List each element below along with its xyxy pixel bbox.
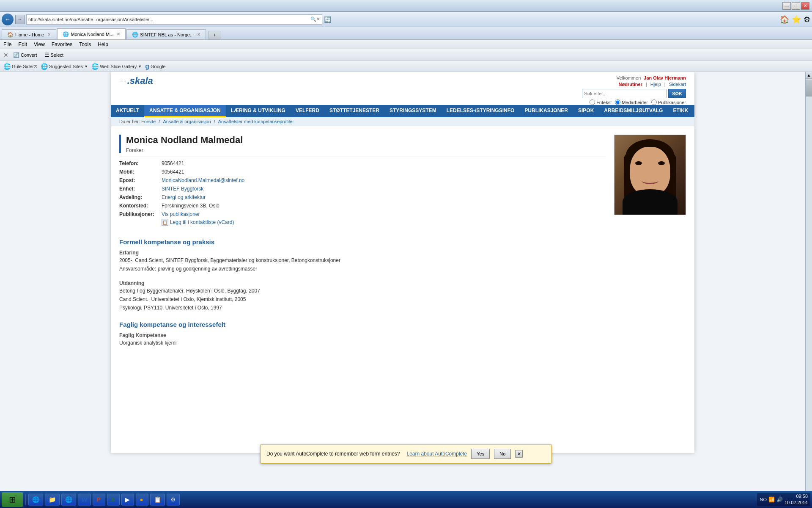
nodrutiner-link[interactable]: Nødrutiner [619,82,642,87]
taskbar-chrome[interactable]: ● [136,494,148,505]
taskbar-ie2[interactable]: 🌐 [61,494,76,505]
maximize-button[interactable]: □ [792,2,800,10]
tab-home-favicon: 🏠 [7,32,14,38]
nav-ledelsesinfo[interactable]: LEDELSES-/STYRINGSINFO [442,105,520,117]
home-icon[interactable]: 🏠 [780,15,789,24]
breadcrumb-ansattelste[interactable]: Ansattelster med kompetanseprofiler [218,119,294,124]
scroll-thumb[interactable] [806,80,812,97]
menu-help[interactable]: Help [98,41,108,47]
breadcrumb-home[interactable]: Forsde [141,119,156,124]
bookmark-suggested[interactable]: 🌐 Suggested Sites ▼ [41,63,88,70]
dialog-no-button[interactable]: No [494,449,511,459]
nav-laering[interactable]: LÆRING & UTVIKLING [226,105,291,117]
taskbar-ppt-icon: P [96,496,100,503]
dialog-yes-button[interactable]: Yes [471,449,490,459]
tab-home-close[interactable]: ✕ [47,32,51,37]
scroll-up-arrow[interactable]: ▲ [806,72,812,79]
nav-velferd[interactable]: VELFERD [291,105,324,117]
close-button[interactable]: ✕ [801,2,809,10]
start-button[interactable]: ⊞ [2,492,23,507]
breadcrumb-ansatte[interactable]: Ansatte & organisasjon [163,119,211,124]
medarbeider-label: Medarbeider [622,100,648,105]
new-tab-button[interactable]: + [208,31,220,39]
favorites-star-icon[interactable]: ⭐ [792,15,801,24]
refresh-button[interactable]: 🔄 [324,16,331,23]
taskbar-ppt[interactable]: P [93,494,105,505]
taskbar-media[interactable]: ▶ [121,494,134,505]
back-button[interactable]: ← [2,14,14,25]
taskbar-folder-icon: 📁 [49,496,56,503]
epost-label: Epost: [119,177,162,183]
taskbar-separator [25,494,26,505]
taskbar-excel[interactable]: X [107,494,120,505]
separator2: | [664,82,666,87]
pub-label: Publikasjoner: [119,211,162,226]
face [630,147,670,196]
taskbar-folder[interactable]: 📁 [45,494,60,505]
tab-sintef-close[interactable]: ✕ [197,32,200,37]
faglig-title: Faglig kompetanse og interessefelt [119,321,686,328]
taskbar-app9[interactable]: ⚙ [167,494,180,505]
menu-file[interactable]: File [3,41,11,47]
photo-placeholder [614,135,686,215]
taskbar-word[interactable]: W [78,494,91,505]
scrollbar[interactable]: ▲ ▼ [805,72,812,508]
formell-title: Formell kompetanse og praksis [119,238,686,246]
pub-link[interactable]: Vis publikasjoner [162,211,234,217]
vcard-link[interactable]: 📋 Legg til i kontaktliste (vCard) [162,219,234,226]
search-button[interactable]: SØK [668,89,686,98]
hjelp-link[interactable]: Hjelp [650,82,661,87]
search-option-publikasjoner[interactable]: Publikasjoner [651,99,686,105]
tab-monica[interactable]: 🌐 Monica Nodland M... ✕ [57,28,126,39]
address-bar[interactable]: http://skala.sintef.no/no/Ansatte--organ… [26,14,322,25]
avdeling-value[interactable]: Energi og arkitektur [162,194,206,200]
search-option-fritekst[interactable]: Fritekst [590,99,612,105]
nav-etikk[interactable]: ETIKK [668,105,693,117]
main-nav: AKTUELT ANSATTE & ORGANISASJON LÆRING & … [111,105,694,117]
dialog-close-button[interactable]: ✕ [515,450,523,458]
nav-publikasjoner[interactable]: PUBLIKASJONER [519,105,573,117]
nav-aktuelt[interactable]: AKTUELT [111,105,144,117]
select-button[interactable]: ☰ Select [42,51,67,59]
bookmark-webslice[interactable]: 🌐 Web Slice Gallery ▼ [91,63,142,70]
scroll-track[interactable] [806,79,812,501]
taskbar-app8[interactable]: 📋 [150,494,165,505]
menu-view[interactable]: View [34,41,45,47]
enhet-label: Enhet: [119,186,162,192]
enhet-value[interactable]: SINTEF Byggforsk [162,186,203,192]
ansvar-text: Ansvarsområde: prøving og godkjenning av… [119,266,686,272]
taskbar-ie-icon: 🌐 [32,496,39,503]
faglig-kompetanse-title: Faglig Kompetanse [119,332,686,338]
forward-button[interactable]: → [15,15,25,24]
convert-button[interactable]: 🔄 Convert [10,51,40,59]
tools-icon[interactable]: ⚙ [804,15,810,24]
bookmark-gule[interactable]: 🌐 Gule Sider® [3,63,37,70]
row-kontor: Kontorsted: Forskningsveien 3B, Oslo [119,203,606,209]
epost-value[interactable]: MonicaNodland.Malmedal@sintef.no [162,177,244,183]
nav-arbeidsmiljo[interactable]: ARBEIDSMILJØUTVALG [599,105,668,117]
breadcrumb-sep1: / [159,119,161,124]
select-icon: ☰ [45,52,49,58]
search-input[interactable] [582,89,667,98]
nav-stottetjenester[interactable]: STØTTETJENESTER [324,105,384,117]
dialog-learn-link[interactable]: Learn about AutoComplete [406,451,467,457]
minimize-button[interactable]: — [782,2,791,10]
menu-favorites[interactable]: Favorites [52,41,72,47]
nav-ansatte[interactable]: ANSATTE & ORGANISASJON [144,105,225,117]
tab-monica-close[interactable]: ✕ [117,32,120,36]
menu-edit[interactable]: Edit [18,41,27,47]
tray-network-icon: 📶 [768,497,775,502]
sidekart-link[interactable]: Sidekart [669,82,686,87]
sys-tray: NO 📶 🔊 09:58 10.02.2014 [757,493,810,506]
menu-tools[interactable]: Tools [79,41,91,47]
bookmark-google[interactable]: g Google [145,63,165,70]
avdeling-label: Avdeling: [119,194,162,200]
tab-home[interactable]: 🏠 Home - Home ✕ [2,29,56,39]
tab-sintef[interactable]: 🌐 SINTEF NBL as - Norge... ✕ [126,29,206,39]
nav-sipok[interactable]: SIPOK [573,105,599,117]
search-option-medarbeider[interactable]: Medarbeider [615,99,648,105]
taskbar-media-icon: ▶ [125,496,130,503]
taskbar-browser[interactable]: 🌐 [28,494,43,505]
bookmark-webslice-arrow: ▼ [138,64,142,69]
nav-styringssystem[interactable]: STYRINGSSYSTEM [384,105,442,117]
